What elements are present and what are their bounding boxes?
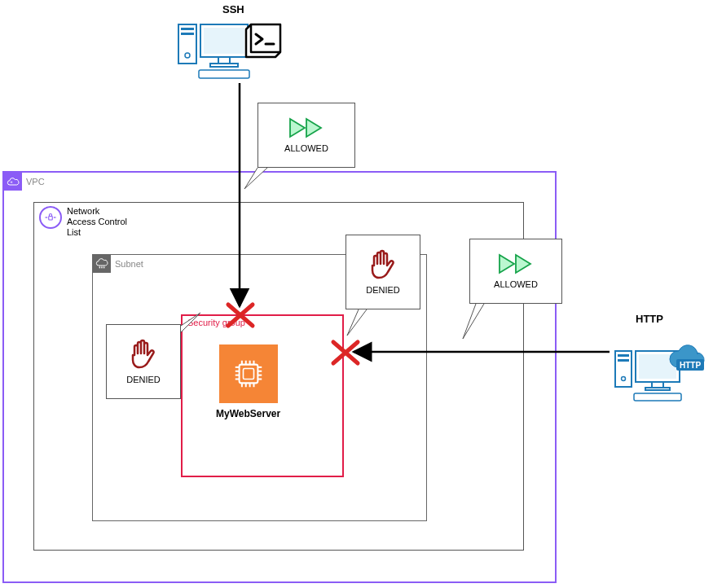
subnet-label: Subnet — [115, 259, 143, 269]
callout-tail — [241, 161, 274, 192]
http-client-icon: HTTP — [613, 328, 711, 410]
blocked-x-icon — [330, 339, 361, 366]
svg-rect-1 — [181, 28, 194, 30]
svg-point-13 — [54, 217, 55, 218]
svg-point-10 — [11, 182, 11, 182]
allowed-callout-http: ALLOWED — [469, 239, 562, 304]
hand-stop-icon — [130, 339, 157, 370]
vpc-label: VPC — [26, 177, 45, 186]
ssh-client-icon — [174, 16, 288, 81]
svg-point-14 — [99, 267, 101, 269]
svg-rect-5 — [204, 28, 244, 54]
callout-tail — [460, 301, 492, 342]
svg-rect-41 — [652, 382, 663, 388]
svg-point-38 — [622, 377, 626, 381]
nacl-label: Network Access Control List — [67, 206, 127, 239]
allowed-label: ALLOWED — [284, 143, 328, 153]
ec2-icon — [219, 344, 278, 403]
svg-rect-11 — [49, 217, 53, 221]
blocked-x-icon — [225, 301, 256, 329]
ssh-label: SSH — [222, 3, 244, 15]
svg-rect-7 — [210, 64, 238, 67]
svg-point-16 — [103, 267, 105, 269]
svg-rect-17 — [239, 365, 257, 384]
http-label: HTTP — [636, 313, 663, 325]
server-label: MyWebServer — [216, 408, 280, 419]
svg-rect-42 — [645, 388, 670, 390]
denied-callout-right: DENIED — [345, 235, 420, 309]
svg-rect-6 — [218, 57, 230, 64]
svg-text:HTTP: HTTP — [680, 361, 701, 370]
lock-shield-icon — [39, 206, 62, 229]
denied-callout-left: DENIED — [106, 324, 181, 399]
svg-rect-43 — [634, 393, 681, 401]
svg-point-12 — [46, 217, 48, 218]
cloud-icon — [4, 173, 22, 191]
svg-point-15 — [101, 267, 103, 269]
svg-rect-37 — [618, 359, 629, 362]
svg-rect-36 — [618, 354, 629, 357]
fast-forward-icon — [498, 253, 534, 274]
nacl-header: Network Access Control List — [34, 203, 523, 242]
svg-rect-2 — [181, 33, 194, 35]
allowed-callout-ssh: ALLOWED — [257, 103, 355, 168]
fast-forward-icon — [288, 117, 324, 138]
ec2-instance: MyWebServer — [216, 344, 280, 419]
svg-rect-8 — [199, 70, 249, 78]
subnet-icon — [93, 255, 111, 273]
svg-point-3 — [185, 53, 190, 58]
vpc-header: VPC — [4, 173, 555, 191]
hand-stop-icon — [369, 249, 397, 280]
security-group-label: Security group — [183, 316, 342, 329]
denied-label: DENIED — [366, 285, 400, 295]
allowed-label: ALLOWED — [494, 279, 538, 289]
svg-rect-18 — [243, 369, 253, 380]
denied-label: DENIED — [126, 375, 161, 384]
callout-tail — [173, 309, 205, 334]
callout-tail — [342, 306, 375, 339]
